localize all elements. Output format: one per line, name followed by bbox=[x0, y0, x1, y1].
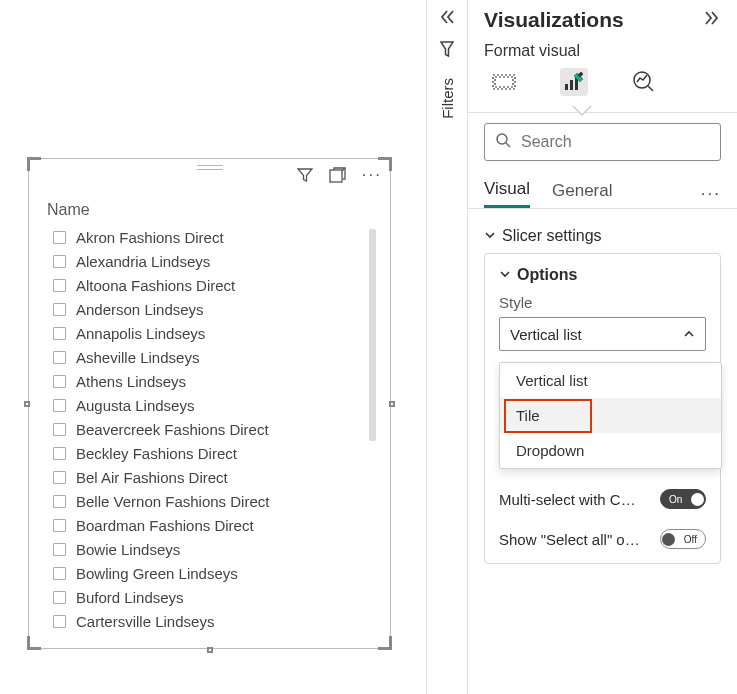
resize-handle-bl[interactable] bbox=[27, 636, 41, 650]
list-item[interactable]: Athens Lindseys bbox=[53, 369, 372, 393]
checkbox[interactable] bbox=[53, 303, 66, 316]
list-item[interactable]: Alexandria Lindseys bbox=[53, 249, 372, 273]
format-visual-icon[interactable] bbox=[560, 68, 588, 96]
list-item[interactable]: Bowling Green Lindseys bbox=[53, 561, 372, 585]
checkbox[interactable] bbox=[53, 351, 66, 364]
checkbox[interactable] bbox=[53, 399, 66, 412]
multi-select-label: Multi-select with C… bbox=[499, 491, 636, 508]
checkbox[interactable] bbox=[53, 327, 66, 340]
expand-chevrons-icon[interactable] bbox=[703, 9, 721, 31]
collapse-chevrons-icon[interactable] bbox=[438, 8, 456, 30]
more-options-icon[interactable]: ··· bbox=[362, 165, 382, 185]
chevron-down-icon bbox=[484, 227, 496, 245]
select-all-label: Show "Select all" o… bbox=[499, 531, 640, 548]
style-dropdown[interactable]: Vertical list bbox=[499, 317, 706, 351]
search-input[interactable] bbox=[519, 132, 710, 152]
checkbox[interactable] bbox=[53, 231, 66, 244]
filters-pane-label[interactable]: Filters bbox=[439, 78, 456, 119]
tab-general[interactable]: General bbox=[552, 181, 612, 207]
tabs-more-icon[interactable]: ··· bbox=[701, 184, 721, 204]
checkbox[interactable] bbox=[53, 615, 66, 628]
list-item-label: Belle Vernon Fashions Direct bbox=[76, 493, 269, 510]
checkbox[interactable] bbox=[53, 567, 66, 580]
slicer-visual[interactable]: ··· Name Akron Fashions DirectAlexandria… bbox=[28, 158, 391, 649]
resize-handle-b[interactable] bbox=[207, 647, 213, 653]
checkbox[interactable] bbox=[53, 375, 66, 388]
list-item[interactable]: Augusta Lindseys bbox=[53, 393, 372, 417]
list-item-label: Akron Fashions Direct bbox=[76, 229, 224, 246]
collapse-rail: Filters bbox=[427, 0, 467, 694]
list-item-label: Beckley Fashions Direct bbox=[76, 445, 237, 462]
section-slicer-settings[interactable]: Slicer settings bbox=[484, 227, 721, 245]
scrollbar[interactable] bbox=[369, 229, 376, 441]
list-item-label: Bowling Green Lindseys bbox=[76, 565, 238, 582]
svg-rect-3 bbox=[565, 84, 568, 90]
slicer-list[interactable]: Akron Fashions DirectAlexandria Lindseys… bbox=[53, 225, 372, 640]
checkbox[interactable] bbox=[53, 471, 66, 484]
list-item[interactable]: Beckley Fashions Direct bbox=[53, 441, 372, 465]
svg-point-8 bbox=[497, 134, 507, 144]
style-option-dropdown[interactable]: Dropdown bbox=[500, 433, 721, 468]
checkbox[interactable] bbox=[53, 591, 66, 604]
list-item-label: Bel Air Fashions Direct bbox=[76, 469, 228, 486]
options-card: Options Style Vertical list Vertical lis… bbox=[484, 253, 721, 564]
list-item-label: Annapolis Lindseys bbox=[76, 325, 205, 342]
resize-handle-r[interactable] bbox=[389, 401, 395, 407]
list-item[interactable]: Anderson Lindseys bbox=[53, 297, 372, 321]
list-item[interactable]: Boardman Fashions Direct bbox=[53, 513, 372, 537]
checkbox[interactable] bbox=[53, 495, 66, 508]
select-all-toggle[interactable]: Off bbox=[660, 529, 706, 549]
tab-visual[interactable]: Visual bbox=[484, 179, 530, 208]
list-item[interactable]: Akron Fashions Direct bbox=[53, 225, 372, 249]
list-item[interactable]: Bel Air Fashions Direct bbox=[53, 465, 372, 489]
active-mode-indicator bbox=[572, 106, 592, 116]
list-item[interactable]: Altoona Fashions Direct bbox=[53, 273, 372, 297]
list-item-label: Altoona Fashions Direct bbox=[76, 277, 235, 294]
report-canvas: ··· Name Akron Fashions DirectAlexandria… bbox=[0, 0, 427, 694]
list-item[interactable]: Cartersville Lindseys bbox=[53, 609, 372, 633]
list-item[interactable]: Annapolis Lindseys bbox=[53, 321, 372, 345]
section-options[interactable]: Options bbox=[499, 266, 706, 284]
list-item[interactable]: Asheville Lindseys bbox=[53, 345, 372, 369]
checkbox[interactable] bbox=[53, 279, 66, 292]
multi-select-toggle[interactable]: On bbox=[660, 489, 706, 509]
list-item-label: Bowie Lindseys bbox=[76, 541, 180, 558]
chevron-up-icon bbox=[683, 326, 695, 343]
build-visual-icon[interactable] bbox=[490, 68, 518, 96]
list-item[interactable]: Buford Lindseys bbox=[53, 585, 372, 609]
list-item[interactable]: Bowie Lindseys bbox=[53, 537, 372, 561]
slicer-field-title: Name bbox=[47, 201, 90, 219]
pane-title: Visualizations bbox=[484, 8, 624, 32]
toggle-state-text: On bbox=[667, 494, 699, 505]
list-item-label: Augusta Lindseys bbox=[76, 397, 194, 414]
list-item-label: Beavercreek Fashions Direct bbox=[76, 421, 269, 438]
checkbox[interactable] bbox=[53, 447, 66, 460]
list-item-label: Alexandria Lindseys bbox=[76, 253, 210, 270]
filters-icon[interactable] bbox=[438, 40, 456, 64]
svg-rect-4 bbox=[570, 80, 573, 90]
visualizations-pane: Visualizations Format visual bbox=[467, 0, 737, 694]
list-item[interactable]: Belle Vernon Fashions Direct bbox=[53, 489, 372, 513]
list-item-label: Boardman Fashions Direct bbox=[76, 517, 254, 534]
checkbox[interactable] bbox=[53, 255, 66, 268]
pane-subtitle: Format visual bbox=[484, 42, 721, 60]
focus-mode-icon[interactable] bbox=[329, 167, 346, 184]
analytics-icon[interactable] bbox=[630, 68, 658, 96]
style-option-vertical-list[interactable]: Vertical list bbox=[500, 363, 721, 398]
checkbox[interactable] bbox=[53, 423, 66, 436]
resize-handle-l[interactable] bbox=[24, 401, 30, 407]
svg-rect-0 bbox=[330, 170, 342, 182]
style-option-tile[interactable]: Tile bbox=[500, 398, 721, 433]
search-box[interactable] bbox=[484, 123, 721, 161]
resize-handle-br[interactable] bbox=[378, 636, 392, 650]
list-item-label: Buford Lindseys bbox=[76, 589, 184, 606]
checkbox[interactable] bbox=[53, 543, 66, 556]
drag-handle-icon[interactable] bbox=[197, 165, 223, 170]
section-slicer-settings-label: Slicer settings bbox=[502, 227, 602, 245]
section-options-label: Options bbox=[517, 266, 577, 284]
list-item-label: Cartersville Lindseys bbox=[76, 613, 214, 630]
filter-icon[interactable] bbox=[297, 167, 313, 183]
list-item-label: Athens Lindseys bbox=[76, 373, 186, 390]
list-item[interactable]: Beavercreek Fashions Direct bbox=[53, 417, 372, 441]
checkbox[interactable] bbox=[53, 519, 66, 532]
